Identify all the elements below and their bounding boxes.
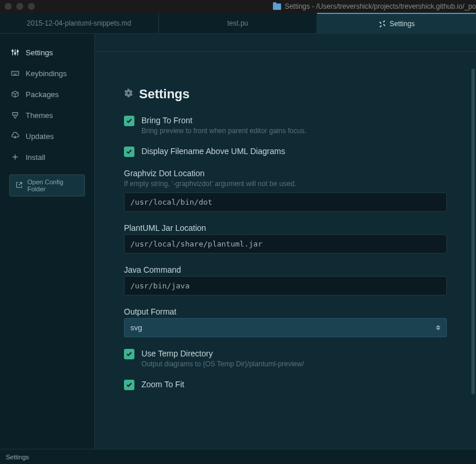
sidebar-item-label: Install (26, 153, 45, 162)
setting-output-format: Output Format svg (124, 307, 447, 337)
maximize-window-button[interactable] (28, 3, 35, 10)
svg-point-3 (12, 50, 13, 52)
sidebar-item-packages[interactable]: Packages (0, 84, 94, 105)
sidebar-item-settings[interactable]: Settings (0, 42, 94, 63)
sidebar-item-label: Keybindings (26, 69, 67, 78)
sidebar-item-label: Themes (26, 111, 53, 120)
setting-zoom-fit: Zoom To Fit (124, 380, 447, 390)
window-title-text: Settings - /Users/trevershick/projects/t… (285, 2, 476, 10)
section-header-settings: Settings (124, 87, 447, 102)
sidebar-item-themes[interactable]: Themes (0, 105, 94, 126)
tab-file-2[interactable]: test.pu (159, 13, 318, 33)
field-label: Output Format (124, 307, 447, 316)
tab-file-1[interactable]: 2015-12-04-plantuml-snippets.md (0, 13, 159, 33)
sidebar-item-label: Updates (26, 132, 54, 141)
setting-bring-to-front: Bring To Front Bring preview to front wh… (124, 116, 447, 135)
checkbox-zoom-fit[interactable] (124, 380, 134, 390)
checkbox-use-temp[interactable] (124, 349, 134, 359)
tab-label: test.pu (227, 19, 248, 27)
setting-graphviz-location: Graphviz Dot Location If empty string, '… (124, 169, 447, 212)
folder-icon (273, 3, 281, 10)
field-label: PlantUML Jar Location (124, 223, 447, 233)
statusbar-text: Settings (6, 454, 29, 461)
setting-java-command: Java Command (124, 265, 447, 295)
select-value: svg (130, 323, 142, 332)
plantuml-jar-input[interactable] (124, 234, 447, 254)
checkbox-display-filename[interactable] (124, 147, 134, 157)
svg-rect-6 (12, 72, 19, 76)
tab-label: Settings (390, 20, 415, 28)
open-config-folder-button[interactable]: Open Config Folder (9, 174, 85, 197)
gear-icon (124, 88, 133, 100)
content-area: Settings Bring To Front Bring preview to… (95, 34, 476, 449)
open-config-label: Open Config Folder (27, 179, 79, 192)
sliders-icon (10, 48, 20, 57)
traffic-lights (5, 3, 35, 10)
close-window-button[interactable] (5, 3, 12, 10)
keyboard-icon (10, 69, 20, 78)
sidebar-item-keybindings[interactable]: Keybindings (0, 63, 94, 84)
select-arrows-icon (436, 325, 441, 330)
checkbox-label: Use Temp Directory (141, 349, 447, 358)
external-link-icon (16, 181, 23, 190)
package-icon (10, 90, 20, 99)
tools-icon (378, 20, 386, 28)
sidebar-item-label: Settings (26, 48, 53, 57)
checkbox-label: Display Filename Above UML Diagrams (141, 147, 447, 156)
svg-point-5 (17, 51, 19, 52)
field-label: Graphviz Dot Location (124, 169, 447, 178)
statusbar: Settings (0, 449, 476, 464)
setting-use-temp: Use Temp Directory Output diagrams to {O… (124, 349, 447, 368)
graphviz-input[interactable] (124, 192, 447, 212)
section-title: Settings (139, 87, 190, 102)
java-command-input[interactable] (124, 276, 447, 295)
checkbox-label: Zoom To Fit (141, 380, 447, 389)
sidebar-item-install[interactable]: Install (0, 147, 94, 167)
tab-settings[interactable]: Settings (317, 13, 476, 33)
cloud-icon (10, 131, 20, 141)
scrollbar-thumb[interactable] (471, 69, 475, 394)
sidebar-item-label: Packages (26, 90, 59, 99)
field-desc: If empty string, '-graphvizdot' argument… (124, 180, 447, 188)
field-label: Java Command (124, 265, 447, 274)
minimize-window-button[interactable] (16, 3, 23, 10)
plus-icon (10, 152, 20, 162)
paint-icon (10, 110, 20, 120)
setting-plantuml-jar: PlantUML Jar Location (124, 223, 447, 254)
tab-label: 2015-12-04-plantuml-snippets.md (27, 19, 131, 27)
sidebar: Settings Keybindings Packages Themes Upd… (0, 34, 95, 449)
checkbox-desc: Bring preview to front when parent edito… (141, 127, 447, 135)
checkbox-label: Bring To Front (141, 116, 447, 125)
setting-display-filename: Display Filename Above UML Diagrams (124, 147, 447, 157)
titlebar: Settings - /Users/trevershick/projects/t… (0, 0, 476, 13)
tabs-bar: 2015-12-04-plantuml-snippets.md test.pu … (0, 13, 476, 34)
scrollbar[interactable] (471, 69, 475, 441)
main-container: Settings Keybindings Packages Themes Upd… (0, 34, 476, 449)
checkbox-desc: Output diagrams to {OS Temp Dir}/plantum… (141, 360, 447, 368)
window-title: Settings - /Users/trevershick/projects/t… (273, 2, 476, 10)
output-format-select[interactable]: svg (124, 318, 447, 337)
sidebar-item-updates[interactable]: Updates (0, 126, 94, 147)
checkbox-bring-to-front[interactable] (124, 116, 134, 126)
svg-point-4 (15, 52, 16, 54)
